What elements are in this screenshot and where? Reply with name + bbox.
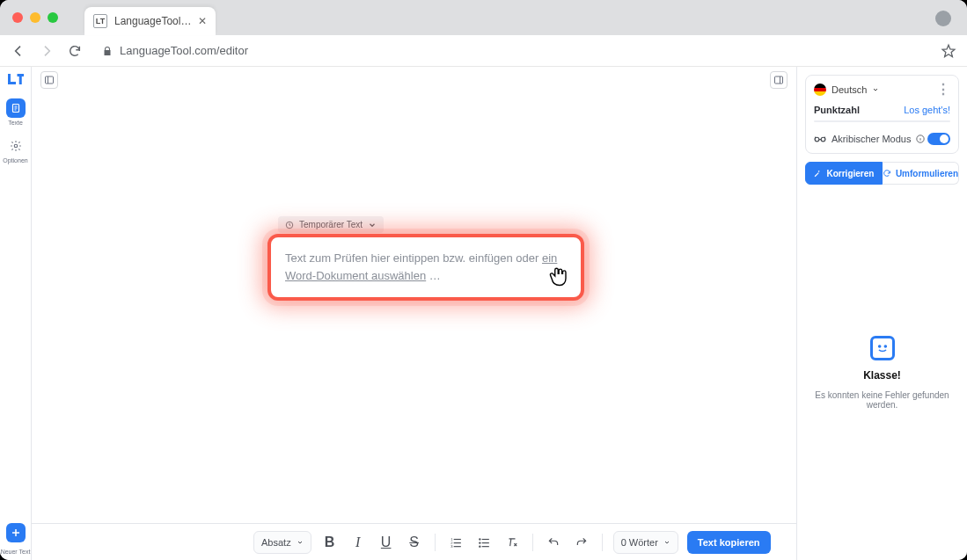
svg-rect-8 [453, 542, 460, 543]
format-toolbar: Absatz B I U S 123 [32, 523, 796, 560]
svg-point-13 [479, 542, 480, 543]
svg-rect-3 [775, 76, 783, 84]
sidebar-item-options[interactable] [6, 136, 26, 156]
rephrase-button[interactable]: Umformulieren [883, 162, 959, 185]
left-rail: Texte Optionen Neuer Text [0, 67, 32, 560]
strikethrough-button[interactable]: S [405, 533, 424, 552]
chevron-down-icon [368, 221, 377, 229]
toolbar-divider [435, 534, 436, 551]
score-bar [814, 120, 950, 122]
info-icon[interactable] [916, 135, 925, 143]
sidebar-item-label: Texte [8, 120, 23, 126]
copy-text-button[interactable]: Text kopieren [687, 531, 771, 554]
refresh-icon [883, 169, 891, 178]
svg-rect-14 [481, 542, 488, 543]
tab-close-icon[interactable]: ✕ [198, 15, 207, 27]
tab-title: LanguageTool… [114, 15, 191, 27]
empty-state: Klasse! Es konnten keine Fehler gefunden… [797, 185, 967, 560]
temporary-text-chip[interactable]: Temporärer Text [278, 216, 384, 233]
svg-point-20 [878, 345, 880, 347]
clear-formatting-button[interactable] [502, 533, 522, 552]
placeholder-suffix: … [426, 269, 441, 282]
browser-tab[interactable]: LT LanguageTool… ✕ [84, 7, 216, 35]
toolbar-divider [532, 534, 533, 551]
picky-mode-toggle[interactable] [927, 133, 950, 145]
right-panel: Deutsch ⋮ Punktzahl Los geht's! Akribisc… [796, 67, 967, 560]
new-text-label: Neuer Text [0, 549, 31, 555]
word-count-select[interactable]: 0 Wörter [613, 531, 678, 554]
app-logo-icon [8, 74, 24, 84]
svg-rect-16 [481, 546, 488, 547]
new-text-button[interactable] [6, 523, 26, 542]
browser-window: LT LanguageTool… ✕ LanguageTool.com/edit… [0, 0, 967, 560]
window-traffic-lights[interactable] [12, 12, 58, 23]
score-cta-link[interactable]: Los geht's! [904, 105, 950, 115]
bookmark-star-icon[interactable] [941, 43, 956, 59]
robot-happy-icon [870, 336, 895, 360]
profile-avatar-icon[interactable] [935, 11, 951, 26]
correct-button[interactable]: Korrigieren [805, 162, 883, 185]
mode-label: Akribischer Modus [831, 134, 911, 144]
forward-icon [39, 43, 55, 59]
sidebar-item-label: Optionen [3, 157, 27, 164]
word-count-value: 0 Wörter [621, 537, 658, 548]
window-close-dot[interactable] [12, 12, 23, 23]
svg-point-1 [14, 144, 18, 148]
back-icon[interactable] [11, 43, 26, 59]
clock-icon [285, 221, 294, 229]
panel-settings-card: Deutsch ⋮ Punktzahl Los geht's! Akribisc… [805, 75, 959, 154]
button-label: Umformulieren [896, 169, 958, 178]
editor-area[interactable]: Temporärer Text Text zum Prüfen hier ein… [32, 93, 796, 523]
lock-icon [102, 46, 113, 56]
picky-mode-row: Akribischer Modus [814, 133, 950, 145]
svg-text:3: 3 [451, 544, 453, 549]
app-shell: Texte Optionen Neuer Text [0, 67, 967, 560]
chevron-down-icon [297, 539, 304, 546]
glasses-icon [814, 135, 826, 143]
browser-tab-strip: LT LanguageTool… ✕ [0, 0, 967, 35]
editor-topbar [32, 67, 796, 93]
panel-action-row: Korrigieren Umformulieren [805, 162, 959, 185]
numbered-list-button[interactable]: 123 [446, 533, 465, 552]
favicon-icon: LT [93, 14, 107, 28]
url-text: LanguageTool.com/editor [120, 44, 248, 57]
chevron-down-icon [872, 86, 879, 93]
svg-point-15 [479, 545, 480, 547]
select-value: Absatz [261, 537, 291, 548]
score-label: Punktzahl [814, 105, 860, 115]
redo-button[interactable] [572, 533, 591, 552]
svg-rect-10 [453, 546, 460, 547]
window-minimize-dot[interactable] [30, 12, 40, 23]
sidebar-item-texts[interactable] [6, 98, 26, 118]
toggle-right-panel-icon[interactable] [770, 71, 788, 89]
svg-point-11 [479, 538, 480, 540]
magic-wand-icon [813, 169, 822, 178]
toggle-left-panel-icon[interactable] [40, 71, 58, 89]
paragraph-style-select[interactable]: Absatz [253, 531, 311, 554]
chevron-down-icon [663, 539, 670, 546]
empty-title: Klasse! [863, 369, 901, 382]
placeholder-text: Text zum Prüfen hier eintippen bzw. einf… [285, 251, 542, 265]
underline-button[interactable]: U [377, 533, 396, 552]
empty-subtitle: Es konnten keine Fehler gefunden werden. [815, 390, 949, 410]
svg-point-21 [884, 345, 886, 347]
address-bar[interactable]: LanguageTool.com/editor [102, 44, 248, 57]
toolbar-divider [602, 534, 603, 551]
italic-button[interactable]: I [348, 533, 368, 552]
browser-toolbar: LanguageTool.com/editor [0, 35, 967, 67]
svg-rect-12 [481, 538, 488, 539]
language-selector[interactable]: Deutsch [814, 84, 879, 96]
svg-rect-2 [46, 76, 54, 84]
undo-button[interactable] [544, 533, 563, 552]
window-zoom-dot[interactable] [48, 12, 58, 23]
score-row: Punktzahl Los geht's! [814, 105, 950, 115]
bold-button[interactable]: B [320, 533, 340, 552]
bulleted-list-button[interactable] [474, 533, 494, 552]
editor-placeholder-card[interactable]: Text zum Prüfen hier eintippen bzw. einf… [267, 234, 584, 301]
editor-column: Temporärer Text Text zum Prüfen hier ein… [32, 67, 796, 560]
reload-icon[interactable] [67, 43, 83, 59]
flag-de-icon [814, 84, 826, 96]
button-label: Korrigieren [826, 169, 874, 178]
svg-rect-6 [453, 538, 460, 539]
chip-label: Temporärer Text [299, 220, 363, 229]
